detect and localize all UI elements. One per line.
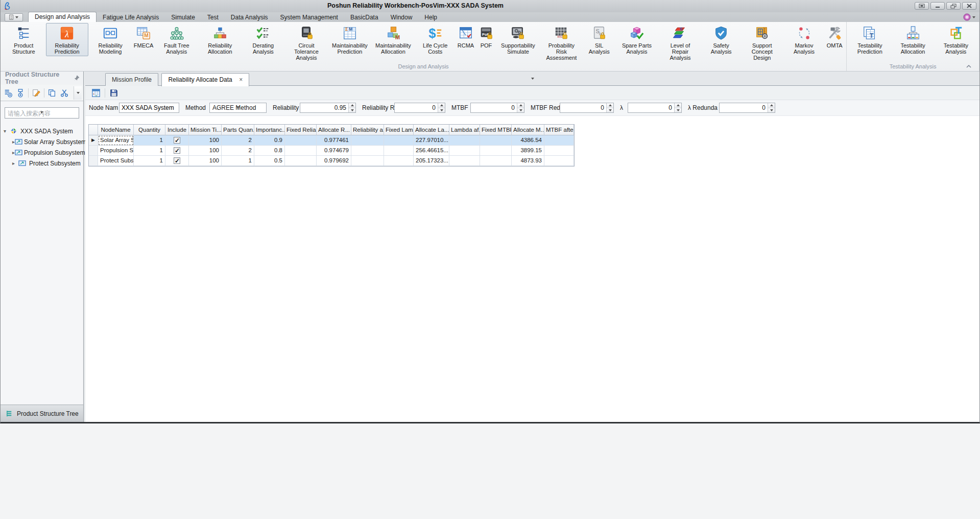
cell-quantity[interactable]: 1 <box>134 156 165 166</box>
ribbon-item-support-concept-design[interactable]: Support Concept Design <box>741 23 783 62</box>
ribbon-item-reliability-allocation[interactable]: Reliability Allocation <box>199 23 241 56</box>
ribbon-item-supportability-simulate[interactable]: Supportability Simulate <box>497 23 539 56</box>
column-header-lambda-af[interactable]: Lambda af... <box>449 125 480 135</box>
ribbon-item-testability-analysis[interactable]: Testability Analysis <box>935 23 977 56</box>
cell-allocate-r[interactable]: 0.974679 <box>317 146 351 156</box>
app-style-icon[interactable] <box>963 13 971 21</box>
ribbon-item-sil-analysis[interactable]: SILSIL Analysis <box>584 23 615 56</box>
minimize-button[interactable] <box>930 2 945 10</box>
table-row[interactable]: Propulsion Sub...1✓10020.80.974679256.46… <box>89 146 574 156</box>
spin-item[interactable]: 0 <box>628 103 682 113</box>
column-header-allocate-la[interactable]: Allocate La... <box>414 125 449 135</box>
add-sibling-node-button[interactable] <box>2 87 14 99</box>
spin-mtbf-red[interactable]: 0 <box>560 103 614 113</box>
ribbon-item-reliability-modeling[interactable]: Reliability Modeling <box>89 23 132 56</box>
ribbon-item-level-of-repair-analysis[interactable]: DLevel of Repair Analysis <box>659 23 701 62</box>
restore-button[interactable] <box>946 2 961 10</box>
method-select[interactable]: AGREE Method <box>209 103 267 113</box>
pin-icon[interactable] <box>73 75 80 82</box>
column-header-reliability-a[interactable]: Reliability a... <box>351 125 384 135</box>
cell-allocate-r[interactable]: 0.979692 <box>317 156 351 166</box>
cell-reliability-a[interactable] <box>351 135 384 146</box>
cell-parts-quan[interactable]: 1 <box>222 156 254 166</box>
close-tab-icon[interactable]: × <box>239 76 243 83</box>
menu-item-design-and-analysis[interactable]: Design and Analysis <box>28 12 97 22</box>
cell-quantity[interactable]: 1 <box>134 135 165 146</box>
cell-mission-ti[interactable]: 100 <box>189 146 222 156</box>
cell-fixed-relia[interactable] <box>285 146 317 156</box>
close-button[interactable] <box>962 2 976 10</box>
column-header-fixed-mtbf[interactable]: Fixed MTBF <box>480 125 512 135</box>
menu-item-help[interactable]: Help <box>418 12 443 22</box>
node-name-input[interactable] <box>119 103 179 113</box>
ribbon-item-maintainability-prediction[interactable]: ΣMMaintainability Prediction <box>328 23 371 56</box>
spin-down-button[interactable] <box>768 108 775 113</box>
spin-down-button[interactable] <box>349 108 355 113</box>
ribbon-item-product-structure[interactable]: Product Structure <box>3 23 45 56</box>
app-menu-button[interactable] <box>5 13 23 21</box>
spin-reliability-r[interactable]: 0 <box>394 103 445 113</box>
tab-list-dropdown-icon[interactable] <box>531 78 534 80</box>
tree-search-input[interactable]: 请输入搜索内容 <box>5 107 79 119</box>
table-row[interactable]: ▶Solar Array Su...1✓10020.90.977461227.9… <box>89 135 574 146</box>
tree-item-protect-subsystem[interactable]: ▸Protect Subsystem <box>1 158 83 169</box>
column-header-mission-ti[interactable]: Mission Ti... <box>189 125 222 135</box>
spin-up-button[interactable] <box>675 103 681 108</box>
cell-parts-quan[interactable]: 2 <box>222 135 254 146</box>
cell-lambda-af[interactable] <box>449 146 480 156</box>
ribbon-item-fault-tree-analysis[interactable]: Fault Tree Analysis <box>155 23 198 56</box>
column-header-allocate-r[interactable]: Allocate R... <box>317 125 351 135</box>
cell-allocate-la[interactable]: 205.17323... <box>414 156 449 166</box>
column-header-nodename[interactable]: NodeName <box>98 125 134 135</box>
spin-up-button[interactable] <box>607 103 613 108</box>
menu-item-data-analysis[interactable]: Data Analysis <box>225 12 274 22</box>
cell-quantity[interactable]: 1 <box>134 146 165 156</box>
ribbon-item-life-cycle-costs[interactable]: $Life Cycle Costs <box>415 23 455 56</box>
spin-mtbf[interactable]: 0 <box>470 103 524 113</box>
tree-item-root[interactable]: ▾ XXX SADA System <box>1 126 83 136</box>
expand-icon[interactable]: ▸ <box>12 160 18 166</box>
column-header-fixed-lam[interactable]: Fixed Lam... <box>384 125 414 135</box>
cell-importanc[interactable]: 0.8 <box>254 146 285 156</box>
column-header-importanc[interactable]: Importanc... <box>254 125 285 135</box>
cell-fixed-lam[interactable] <box>384 156 414 166</box>
menu-item-basicdata[interactable]: BasicData <box>344 12 385 22</box>
ribbon-item-probability-risk-assessment[interactable]: RISProbability Risk Assessment <box>540 23 583 62</box>
ribbon-item-omta[interactable]: OMTA <box>825 23 844 50</box>
cell-allocate-la[interactable]: 227.97010... <box>414 135 449 146</box>
ribbon-item-testability-prediction[interactable]: TTestability Prediction <box>849 23 891 56</box>
spin-up-button[interactable] <box>517 103 524 108</box>
spin-up-button[interactable] <box>438 103 445 108</box>
cell-reliability-a[interactable] <box>351 156 384 166</box>
ribbon-item-fmeca[interactable]: MFMECA <box>133 23 155 50</box>
cell-mtbf-after[interactable] <box>544 135 574 146</box>
menu-item-system-management[interactable]: System Management <box>274 12 344 22</box>
cell-fixed-lam[interactable] <box>384 135 414 146</box>
cell-include[interactable]: ✓ <box>165 156 189 166</box>
ribbon-item-rcma[interactable]: RCMA <box>456 23 475 50</box>
cell-fixed-relia[interactable] <box>285 156 317 166</box>
collapse-ribbon-icon[interactable] <box>965 63 972 69</box>
ribbon-item-reliability-prediction[interactable]: λReliability Prediction <box>46 23 88 56</box>
cell-importanc[interactable]: 0.9 <box>254 135 285 146</box>
spin-up-button[interactable] <box>349 103 355 108</box>
cell-fixed-mtbf[interactable] <box>480 156 512 166</box>
tree-item-propulsion-subsystem[interactable]: ▸Propulsion Subsystem <box>1 147 83 158</box>
column-header-include[interactable]: Include <box>165 125 189 135</box>
column-header-quantity[interactable]: Quantity <box>134 125 165 135</box>
cell-fixed-mtbf[interactable] <box>480 146 512 156</box>
cell-nodename[interactable]: Solar Array Su... <box>98 135 134 146</box>
menu-item-test[interactable]: Test <box>201 12 225 22</box>
cell-lambda-af[interactable] <box>449 156 480 166</box>
ribbon-item-safety-analysis[interactable]: Safety Analysis <box>702 23 739 56</box>
collapse-icon[interactable]: ▾ <box>4 128 10 134</box>
spin-reliability[interactable]: 0.95 <box>300 103 356 113</box>
cell-mission-ti[interactable]: 100 <box>189 156 222 166</box>
ribbon-item-testability-allocation[interactable]: Testability Allocation <box>892 23 934 56</box>
ribbon-item-pof[interactable]: PoFPOF <box>476 23 496 50</box>
tree-item-solar-array-subsystem[interactable]: ▸Solar Array Subsystem <box>1 136 83 147</box>
column-header-allocate-m[interactable]: Allocate M... <box>512 125 544 135</box>
tab-mission-profile[interactable]: Mission Profile <box>105 73 158 86</box>
menu-item-fatigue-life-analysis[interactable]: Fatigue Life Analysis <box>97 12 165 22</box>
cell-fixed-relia[interactable] <box>285 135 317 146</box>
